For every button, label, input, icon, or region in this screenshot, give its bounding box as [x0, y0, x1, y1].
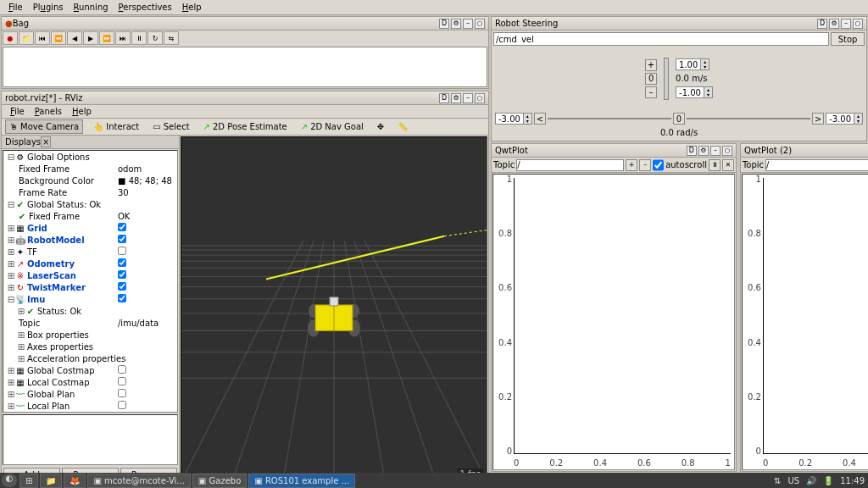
- bag-btn-10[interactable]: ↻: [147, 31, 163, 45]
- svg-rect-28: [330, 297, 338, 306]
- bag-title: Bag: [13, 19, 29, 28]
- displays-panel: Displays× ⊟⚙Global Options Fixed Frameod…: [2, 136, 180, 483]
- tray-network-icon[interactable]: ⇅: [771, 476, 784, 485]
- gcostmap-checkbox[interactable]: [118, 365, 126, 374]
- tool-2d-pose[interactable]: ↗ 2D Pose Estimate: [200, 120, 291, 133]
- ang-left-button[interactable]: <: [534, 113, 546, 125]
- ang-zero-button[interactable]: 0: [673, 113, 685, 125]
- rviz-menubar[interactable]: File Panels Help: [2, 105, 488, 119]
- plot1-canvas[interactable]: 10.80.60.40.20 00.20.40.60.81: [492, 174, 735, 470]
- bag-btn-7[interactable]: ⏩: [99, 31, 114, 45]
- lplan-checkbox[interactable]: [118, 401, 126, 409]
- linear-plus-button[interactable]: +: [645, 59, 657, 71]
- tray-keyboard[interactable]: US: [785, 476, 804, 485]
- plot1-add-button[interactable]: +: [626, 159, 637, 171]
- stop-button[interactable]: Stop: [831, 32, 865, 46]
- menu-running[interactable]: Running: [69, 1, 114, 14]
- tray-battery-icon[interactable]: 🔋: [820, 476, 837, 485]
- plot1-remove-button[interactable]: –: [639, 159, 651, 171]
- grid-checkbox[interactable]: [118, 223, 126, 231]
- rviz-dock-icon[interactable]: D: [439, 93, 449, 103]
- rviz-gear-icon[interactable]: ⚙: [451, 93, 461, 103]
- bag-btn-8[interactable]: ⏭: [115, 31, 131, 45]
- rviz-title: robot.rviz[*] - RViz: [5, 93, 82, 103]
- bag-btn-9[interactable]: ⏸: [131, 31, 147, 45]
- task-ros[interactable]: ▣ ROS101 example ...: [248, 474, 355, 488]
- bag-toolbar: ● 📁 ⏮ ⏪ ◀ ▶ ⏩ ⏭ ⏸ ↻ ⇆: [2, 30, 488, 46]
- laser-checkbox[interactable]: [118, 270, 126, 279]
- linear-slider[interactable]: [664, 58, 669, 100]
- plot2-canvas[interactable]: 10.80.60.40.20 00.20.40.60.81: [742, 174, 868, 470]
- plot1-pause-button[interactable]: ⏸: [709, 159, 721, 171]
- qwtplot-1-panel: QwtPlotD⚙–○ Topic + – autoscroll ⏸ ✕ 10.…: [491, 143, 737, 472]
- main-menubar[interactable]: FFileile Plugins Running Perspectives He…: [0, 0, 868, 15]
- angular-slider-2[interactable]: [687, 114, 810, 123]
- menu-file[interactable]: FFileile: [3, 1, 28, 14]
- displays-close-icon[interactable]: ×: [41, 136, 51, 147]
- rviz-min-icon[interactable]: –: [463, 93, 473, 103]
- tool-2d-nav[interactable]: ↗ 2D Nav Goal: [298, 120, 367, 133]
- open-button[interactable]: 📁: [19, 31, 34, 45]
- rviz-toolbar: 🖱 Move Camera 👆 Interact ▭ Select ↗ 2D P…: [2, 119, 488, 136]
- plot1-autoscroll[interactable]: autoscroll: [653, 159, 707, 171]
- robotmodel-checkbox[interactable]: [118, 235, 126, 243]
- task-gazebo[interactable]: ▣ Gazebo: [192, 474, 247, 488]
- bag-btn-11[interactable]: ⇆: [164, 31, 179, 45]
- linear-minus-button[interactable]: –: [645, 86, 657, 98]
- tool-interact[interactable]: 👆 Interact: [90, 120, 142, 133]
- displays-tree[interactable]: ⊟⚙Global Options Fixed Frameodom Backgro…: [3, 150, 178, 413]
- lcostmap-checkbox[interactable]: [118, 377, 126, 385]
- twist-checkbox[interactable]: [118, 282, 126, 291]
- bag-btn-6[interactable]: ▶: [83, 31, 98, 45]
- launcher-icon[interactable]: ⊞: [19, 474, 38, 488]
- task-terminal[interactable]: ▣ mcote@mcote-Vi...: [87, 474, 190, 488]
- record-button[interactable]: ●: [3, 31, 18, 45]
- plot1-topic-input[interactable]: [516, 159, 624, 171]
- tool-move-camera[interactable]: 🖱 Move Camera: [5, 119, 83, 134]
- taskbar[interactable]: ◐ ⊞ 📁 🦊 ▣ mcote@mcote-Vi... ▣ Gazebo ▣ R…: [0, 473, 868, 488]
- linear-zero-button[interactable]: 0: [645, 73, 657, 85]
- tool-focus[interactable]: ✥: [374, 120, 387, 133]
- ang-right-box[interactable]: -3.00▴▾: [826, 113, 863, 125]
- bag-btn-4[interactable]: ⏪: [51, 31, 66, 45]
- display-description: [3, 414, 178, 465]
- bag-timeline[interactable]: [3, 47, 487, 87]
- rviz-menu-help[interactable]: Help: [67, 105, 97, 118]
- odom-checkbox[interactable]: [118, 258, 126, 267]
- menu-plugins[interactable]: Plugins: [28, 1, 69, 14]
- plot1-clear-button[interactable]: ✕: [722, 159, 734, 171]
- linear-label: 0.0 m/s: [676, 74, 707, 83]
- menu-perspectives[interactable]: Perspectives: [114, 1, 177, 14]
- firefox-icon[interactable]: 🦊: [64, 474, 86, 488]
- tray-volume-icon[interactable]: 🔊: [803, 476, 820, 485]
- bag-btn-5[interactable]: ◀: [67, 31, 82, 45]
- plot2-topic-input[interactable]: [765, 159, 868, 171]
- tool-select[interactable]: ▭ Select: [149, 120, 192, 133]
- linear-min-box[interactable]: -1.00▴▾: [676, 86, 713, 98]
- gplan-checkbox[interactable]: [118, 389, 126, 397]
- cmd-vel-input[interactable]: [493, 32, 829, 46]
- rviz-menu-file[interactable]: File: [5, 105, 30, 118]
- angular-slider[interactable]: [548, 114, 671, 123]
- bag-gear-icon[interactable]: ⚙: [451, 19, 461, 29]
- menu-help[interactable]: Help: [177, 1, 207, 14]
- bag-close-icon[interactable]: ○: [475, 19, 485, 29]
- tool-measure[interactable]: 📏: [394, 120, 411, 133]
- rviz-3d-view[interactable]: 1 fps: [181, 136, 487, 482]
- bag-btn-3[interactable]: ⏮: [35, 31, 50, 45]
- steering-title: Robot Steering: [495, 19, 558, 28]
- bag-min-icon[interactable]: –: [463, 19, 473, 29]
- linear-max-box[interactable]: 1.00▴▾: [676, 58, 709, 70]
- rviz-close-icon[interactable]: ○: [475, 93, 485, 103]
- ang-right-button[interactable]: >: [812, 113, 824, 125]
- ang-left-box[interactable]: -3.00▴▾: [495, 113, 532, 125]
- angular-label: 0.0 rad/s: [493, 126, 865, 139]
- bag-dock-icon[interactable]: D: [439, 19, 449, 29]
- files-icon[interactable]: 📁: [40, 474, 62, 488]
- tray-clock[interactable]: 11:49: [837, 476, 868, 485]
- start-button[interactable]: ◐: [2, 474, 17, 487]
- rviz-menu-panels[interactable]: Panels: [30, 105, 67, 118]
- imu-checkbox[interactable]: [118, 294, 126, 302]
- displays-title: Displays: [5, 137, 41, 147]
- tf-checkbox[interactable]: [118, 247, 126, 255]
